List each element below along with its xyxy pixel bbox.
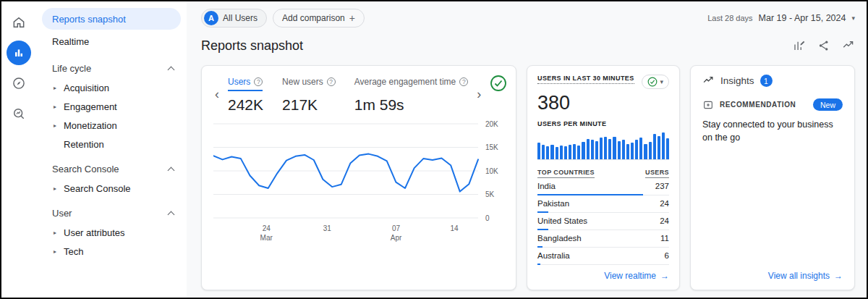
insights-icon[interactable] [842, 39, 855, 52]
minute-bar [569, 145, 571, 159]
minute-bar [582, 142, 584, 159]
metric-tab-users[interactable]: Users ? 242K [228, 75, 263, 114]
all-users-chip[interactable]: A All Users [201, 9, 267, 28]
minute-bar [604, 137, 607, 159]
sidebar-item-monetization[interactable]: ▸ Monetization [36, 116, 187, 135]
minute-bar [622, 140, 625, 159]
minute-bar [608, 139, 611, 159]
data-quality-check-icon[interactable] [490, 75, 507, 92]
expand-arrow-icon: ▸ [54, 248, 64, 255]
check-circle-icon [647, 77, 658, 87]
advertising-icon[interactable] [7, 101, 31, 126]
recommendation-icon [702, 99, 714, 111]
country-name: Australia [537, 251, 570, 260]
sidebar-item-retention[interactable]: ▸ Retention [36, 135, 187, 153]
users-line-chart: 20K15K10K5K024Mar3107Apr14 [213, 117, 504, 253]
country-users: 6 [665, 251, 669, 260]
sidebar-item-label: Monetization [64, 120, 117, 131]
minute-bar [639, 138, 642, 159]
view-realtime-link[interactable]: View realtime → [604, 265, 669, 281]
segment-bar: A All Users Add comparison + Last 28 day… [201, 7, 855, 29]
sidebar-item-engagement[interactable]: ▸ Engagement [36, 97, 187, 116]
svg-text:Apr: Apr [391, 234, 402, 242]
customize-report-icon[interactable] [793, 39, 806, 52]
country-users: 24 [660, 216, 669, 225]
info-icon[interactable]: ? [459, 77, 468, 86]
section-header-label: User [52, 208, 72, 219]
svg-text:5K: 5K [485, 190, 495, 198]
next-metrics-chevron[interactable]: › [475, 88, 482, 101]
explore-icon[interactable] [7, 71, 31, 96]
svg-text:20K: 20K [485, 120, 498, 128]
sidebar-item-acquisition[interactable]: ▸ Acquisition [36, 78, 187, 97]
sidebar-item-user-attributes[interactable]: ▸ User attributes [36, 223, 187, 242]
date-range-picker[interactable]: Last 28 days Mar 19 - Apr 15, 2024 ▾ [707, 13, 855, 23]
metric-label: New users [282, 77, 323, 87]
sidebar-item-tech[interactable]: ▸ Tech [36, 242, 187, 261]
minute-bar [560, 146, 563, 160]
sidebar-section-search-console[interactable]: Search Console [36, 153, 187, 179]
realtime-users-value: 380 [537, 92, 669, 114]
info-icon[interactable]: ? [327, 77, 336, 86]
chevron-up-icon [168, 211, 175, 219]
metric-value: 242K [228, 96, 263, 114]
minute-bar [595, 141, 598, 159]
insights-count-badge: 1 [760, 75, 773, 87]
recommendation-label: RECOMMENDATION [720, 101, 796, 109]
metric-tab-new-users[interactable]: New users ? 217K [282, 75, 336, 114]
minute-bar [587, 139, 590, 159]
expand-arrow-icon: ▸ [54, 85, 64, 91]
users-per-minute-chart [537, 131, 669, 160]
arrow-right-icon: → [834, 271, 843, 281]
sidebar-section-life-cycle[interactable]: Life cycle [36, 53, 187, 78]
country-row: India 237 [537, 178, 669, 195]
sidebar-item-realtime[interactable]: Realtime [42, 30, 181, 52]
insights-spark-icon [702, 75, 715, 87]
prev-metrics-chevron[interactable]: ‹ [213, 88, 221, 101]
realtime-status-dropdown[interactable]: ▾ [642, 75, 669, 89]
metric-label: Users [228, 77, 250, 87]
minute-bar [556, 147, 558, 159]
minute-bar [546, 146, 549, 159]
home-icon[interactable] [7, 10, 31, 35]
top-countries-header: TOP COUNTRIES USERS [537, 169, 669, 178]
sidebar-item-search-console[interactable]: ▸ Search Console [36, 179, 187, 198]
minute-bar [573, 144, 576, 159]
metric-tabs: Users ? 242K New users ? 217K [228, 75, 468, 114]
insights-card: Insights 1 RECOMMENDATION New Stay conne… [690, 65, 855, 290]
minute-bar [550, 145, 553, 159]
metric-label: Average engagement time [354, 77, 456, 87]
svg-text:10K: 10K [485, 167, 498, 175]
realtime-title: USERS IN LAST 30 MINUTES [537, 75, 634, 84]
add-comparison-chip[interactable]: Add comparison + [273, 9, 365, 28]
minute-bar [577, 146, 580, 159]
page-title: Reports snapshot [201, 38, 303, 54]
country-users: 24 [660, 199, 669, 208]
country-users: 237 [655, 182, 669, 190]
sidebar-item-label: Tech [64, 246, 83, 257]
svg-text:0: 0 [485, 214, 490, 222]
view-all-insights-link[interactable]: View all insights → [768, 265, 843, 281]
country-row: United States 24 [537, 213, 669, 230]
expand-arrow-icon: ▸ [54, 229, 64, 236]
overview-card: ‹ Users ? 242K New users ? [201, 65, 516, 290]
sidebar-item-reports-snapshot[interactable]: Reports snapshot [42, 8, 181, 30]
country-name: Bangladesh [537, 234, 582, 243]
share-icon[interactable] [817, 39, 830, 52]
metric-value: 1m 59s [354, 96, 469, 114]
section-header-label: Life cycle [52, 63, 91, 74]
country-name: United States [537, 216, 587, 225]
sidebar-section-user[interactable]: User [36, 198, 187, 223]
reports-icon[interactable] [7, 41, 31, 65]
metric-tab-avg-engagement-time[interactable]: Average engagement time ? 1m 59s [354, 75, 469, 114]
info-icon[interactable]: ? [254, 77, 263, 86]
sidebar-item-label: Realtime [52, 36, 89, 47]
country-name: Pakistan [537, 199, 569, 208]
minute-bar [631, 143, 634, 159]
minute-bar [626, 144, 629, 159]
users-per-minute-label: USERS PER MINUTE [537, 120, 669, 127]
realtime-card: USERS IN LAST 30 MINUTES ▾ 380 USERS PER… [527, 65, 680, 290]
minute-bar [653, 134, 656, 159]
reports-sidebar: Reports snapshot Realtime Life cycle ▸ A… [36, 1, 187, 298]
svg-text:07: 07 [392, 224, 401, 232]
